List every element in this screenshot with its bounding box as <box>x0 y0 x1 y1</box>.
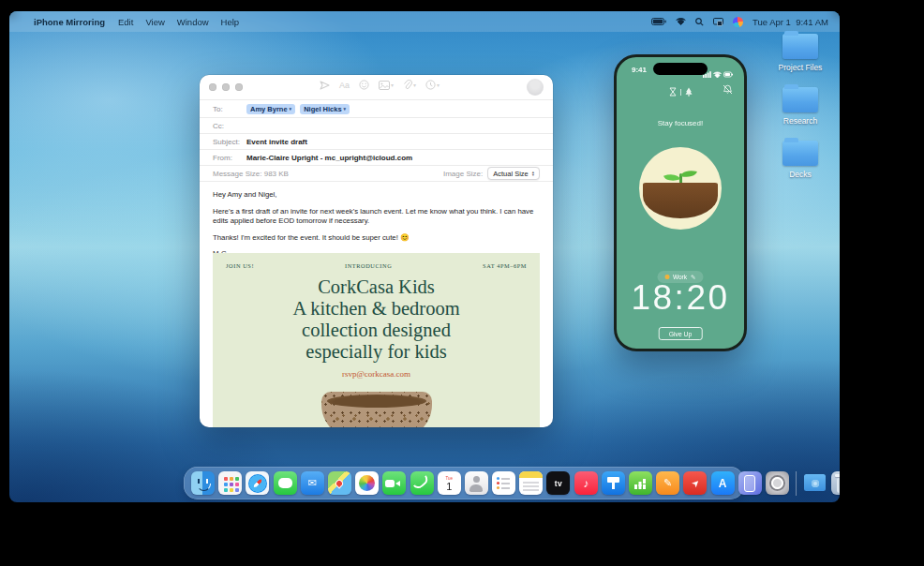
dock-pages[interactable]: ✎ <box>656 471 679 495</box>
menu-window[interactable]: Window <box>177 17 209 27</box>
invite-join-tag: JOIN US! <box>226 262 254 269</box>
desktop-folder-project-files[interactable]: Project Files <box>767 34 834 72</box>
dock-app-store[interactable]: A <box>711 471 735 495</box>
dock-reminders[interactable] <box>492 471 515 495</box>
body-paragraph: Thanks! I'm excited for the event. It sh… <box>213 233 540 244</box>
cc-field[interactable]: Cc: <box>200 117 553 133</box>
send-icon[interactable] <box>320 81 330 90</box>
dynamic-island <box>653 63 708 75</box>
invite-attachment[interactable]: JOIN US! INTRODUCING SAT 4PM–6PM CorkCas… <box>213 253 540 427</box>
desktop-screen: iPhone Mirroring Edit View Window Help T… <box>9 11 840 502</box>
dock-trash[interactable] <box>831 471 841 495</box>
menu-app-name[interactable]: iPhone Mirroring <box>34 17 105 27</box>
recipient-token[interactable]: Nigel Hicks▾ <box>300 104 350 114</box>
dock-downloads-folder[interactable] <box>803 471 827 495</box>
hourglass-icon[interactable] <box>669 83 677 100</box>
wifi-icon[interactable] <box>676 18 686 25</box>
to-field[interactable]: To: Amy Byrne▾ Nigel Hicks▾ <box>200 99 553 117</box>
invite-time-tag: SAT 4PM–6PM <box>483 262 527 269</box>
attach-icon[interactable]: ▾ <box>403 80 416 90</box>
dock-mail[interactable]: ✉ <box>301 471 324 495</box>
emoji-icon[interactable] <box>359 80 369 90</box>
invite-introducing-tag: INTRODUCING <box>345 262 392 269</box>
message-size-row: Message Size: 983 KB Image Size: Actual … <box>200 165 553 182</box>
tree-icon[interactable] <box>685 83 693 100</box>
subject-field[interactable]: Subject: Event invite draft <box>200 133 553 149</box>
close-button[interactable] <box>209 83 216 91</box>
to-label: To: <box>213 105 246 113</box>
dock-calendar[interactable]: Tue 1 <box>438 471 461 495</box>
menu-edit[interactable]: Edit <box>118 17 133 27</box>
folder-icon <box>782 87 818 112</box>
recipient-token[interactable]: Amy Byrne▾ <box>246 104 295 114</box>
mail-compose-window: Aa ▾ ▾ ▾ To: Amy Byrne▾ Nigel Hicks▾ Cc:… <box>200 75 553 427</box>
email-body[interactable]: Hey Amy and Nigel, Here's a first draft … <box>200 182 553 260</box>
dock-numbers[interactable] <box>629 471 652 495</box>
invite-rsvp-email: rsvp@corkcasa.com <box>213 369 540 379</box>
dock-facetime[interactable] <box>382 471 406 495</box>
siri-icon[interactable] <box>733 17 743 27</box>
from-value: Marie-Claire Upright - mc_upright@icloud… <box>246 154 412 162</box>
from-field[interactable]: From: Marie-Claire Upright - mc_upright@… <box>200 149 553 165</box>
invite-headline: CorkCasa Kids A kitchen & bedroom collec… <box>213 276 540 363</box>
minimize-button[interactable] <box>222 83 230 91</box>
chevron-down-icon: ▾ <box>344 106 347 112</box>
desktop-folder-research[interactable]: Research <box>767 87 834 126</box>
avatar[interactable] <box>527 79 544 96</box>
media-browser-icon[interactable]: ▾ <box>379 81 394 90</box>
give-up-button[interactable]: Give Up <box>659 327 703 340</box>
dock-phone[interactable] <box>410 471 434 495</box>
focus-message: Stay focused! <box>617 119 744 127</box>
folder-label: Project Files <box>779 63 823 72</box>
menu-clock[interactable]: Tue Apr 1 9:41 AM <box>753 17 828 27</box>
bell-slash-icon[interactable] <box>723 82 733 98</box>
countdown-timer: 18:20 <box>617 278 744 318</box>
desktop-folder-list: Project Files Research Decks <box>767 34 834 179</box>
dock-system-settings[interactable] <box>766 471 789 495</box>
dock-keynote[interactable] <box>602 471 625 495</box>
iphone-mirroring-window[interactable]: 9:41 Stay focused! Work ✎ 18:20 Give Up <box>614 54 747 351</box>
cork-planter-image <box>306 392 447 427</box>
iphone-status-icons <box>703 66 733 82</box>
dock-safari[interactable] <box>246 471 269 495</box>
schedule-icon[interactable]: ▾ <box>425 80 440 90</box>
dock-launchpad[interactable] <box>218 471 242 495</box>
dock-iphone-mirroring[interactable] <box>738 471 762 495</box>
dock-notes[interactable] <box>519 471 543 495</box>
search-icon[interactable] <box>695 18 704 26</box>
dock-photos[interactable] <box>355 471 379 495</box>
body-greeting: Hey Amy and Nigel, <box>213 190 540 201</box>
image-size-select[interactable]: Actual Size ▴▾ <box>487 167 540 180</box>
dock-finder[interactable] <box>191 471 215 495</box>
divider <box>680 89 681 96</box>
menu-help[interactable]: Help <box>221 17 240 27</box>
desktop-folder-decks[interactable]: Decks <box>767 141 834 179</box>
folder-icon <box>782 141 818 166</box>
dock-messages[interactable] <box>274 471 297 495</box>
from-label: From: <box>213 154 246 162</box>
dock-maps[interactable] <box>328 471 351 495</box>
image-size-label: Image Size: <box>443 170 483 178</box>
folder-label: Research <box>783 116 817 126</box>
stepper-icon: ▴▾ <box>532 171 534 177</box>
dock-rocket[interactable]: ➤ <box>683 471 707 495</box>
dock-tv[interactable]: tv <box>546 471 570 495</box>
battery-icon[interactable] <box>651 18 666 25</box>
message-size-text: Message Size: 983 KB <box>213 170 289 178</box>
dock-music[interactable]: ♪ <box>574 471 598 495</box>
display-icon[interactable] <box>713 18 723 26</box>
dock-separator <box>796 471 797 496</box>
folder-icon <box>782 34 818 59</box>
dock-contacts[interactable] <box>465 471 488 495</box>
iphone-status-bar: 9:41 <box>617 63 744 76</box>
format-icon[interactable]: Aa <box>339 81 350 90</box>
subject-value: Event invite draft <box>246 138 307 146</box>
plant-illustration <box>639 147 722 230</box>
subject-label: Subject: <box>213 138 246 146</box>
menu-bar: iPhone Mirroring Edit View Window Help T… <box>9 11 840 32</box>
chevron-down-icon: ▾ <box>290 106 292 112</box>
menu-view[interactable]: View <box>145 17 164 27</box>
zoom-button[interactable] <box>235 83 243 91</box>
folder-label: Decks <box>789 170 812 179</box>
mail-titlebar[interactable]: Aa ▾ ▾ ▾ <box>200 75 553 99</box>
